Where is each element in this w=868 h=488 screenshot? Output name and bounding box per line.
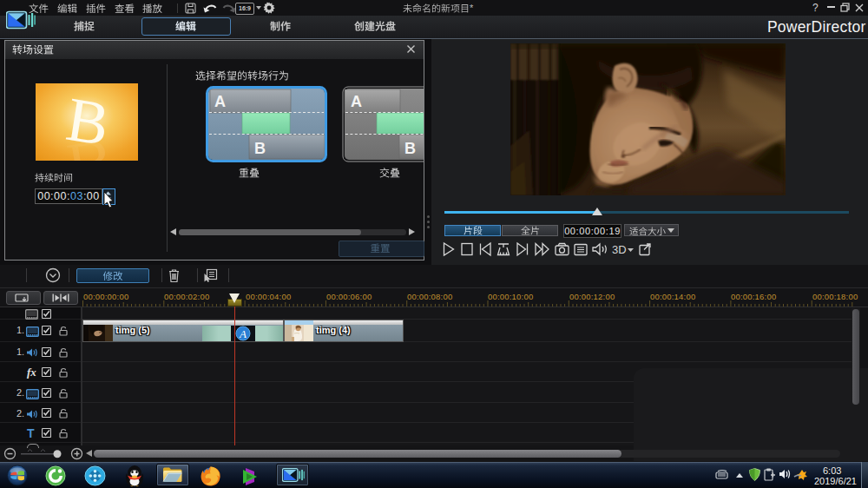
svg-text:A: A: [351, 93, 362, 110]
svg-text:B: B: [254, 140, 266, 157]
svg-text:3D: 3D: [612, 243, 627, 256]
svg-text:B: B: [404, 140, 416, 157]
svg-text:A: A: [239, 327, 247, 340]
svg-text:A: A: [214, 93, 226, 110]
